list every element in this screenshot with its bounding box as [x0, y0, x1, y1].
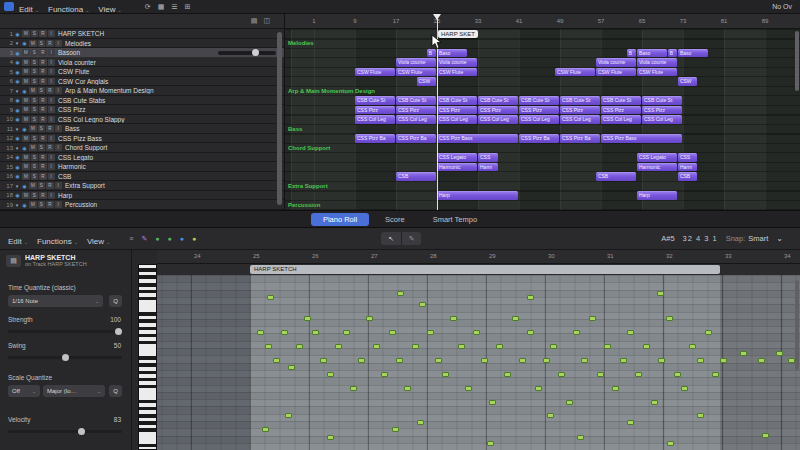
- s-button[interactable]: S: [31, 116, 39, 123]
- midi-region[interactable]: CSS Pizz: [478, 106, 518, 115]
- m-button[interactable]: M: [22, 173, 30, 180]
- midi-region[interactable]: CSW Flute: [355, 68, 395, 77]
- midi-region[interactable]: CSS Pizz: [601, 106, 641, 115]
- midi-region[interactable]: Baso: [678, 49, 708, 58]
- midi-region[interactable]: CSW: [417, 77, 437, 86]
- r-button[interactable]: R: [39, 163, 47, 170]
- r-button[interactable]: R: [46, 40, 54, 47]
- track-list-scrollbar[interactable]: [277, 32, 282, 205]
- midi-region[interactable]: CSS Pizz: [396, 106, 436, 115]
- midi-region[interactable]: CSS Pizz Ba: [560, 134, 600, 143]
- midi-region[interactable]: CSS: [478, 153, 498, 162]
- bar-ruler[interactable]: 1917253341495765738189: [285, 14, 800, 29]
- midi-region[interactable]: CSB Cute St: [642, 96, 682, 105]
- midi-note[interactable]: [327, 372, 334, 377]
- midi-note[interactable]: [327, 435, 334, 440]
- pointer-tool-switcher[interactable]: ↖✎: [381, 232, 421, 245]
- midi-region[interactable]: CSS Legato: [637, 153, 677, 162]
- r-button[interactable]: R: [39, 135, 47, 142]
- midi-region[interactable]: CSB Cute St: [396, 96, 436, 105]
- midi-note[interactable]: [389, 330, 396, 335]
- r-button[interactable]: R: [39, 97, 47, 104]
- midi-region[interactable]: CSB Cute St: [560, 96, 600, 105]
- midi-note[interactable]: [643, 344, 650, 349]
- midi-region[interactable]: CSW Flute: [555, 68, 595, 77]
- midi-note[interactable]: [320, 358, 327, 363]
- midi-region[interactable]: CSB Cute St: [355, 96, 395, 105]
- midi-note[interactable]: [381, 372, 388, 377]
- track-header-18[interactable]: 18◉MSRIHarp: [0, 191, 284, 201]
- track-header-8[interactable]: 8◉MSRICSB Cute Stabs: [0, 96, 284, 106]
- track-on-icon[interactable]: ◉: [14, 192, 21, 198]
- s-button[interactable]: S: [31, 135, 39, 142]
- s-button[interactable]: S: [31, 59, 39, 66]
- track-header-4[interactable]: 4◉MSRIViola counter: [0, 58, 284, 68]
- m-button[interactable]: M: [29, 87, 37, 94]
- i-button[interactable]: I: [55, 40, 63, 47]
- track-on-icon[interactable]: ◉: [14, 107, 21, 113]
- midi-note[interactable]: [450, 316, 457, 321]
- midi-region[interactable]: Baso: [637, 49, 667, 58]
- track-header-11[interactable]: 11▾◉MSRIBass: [0, 124, 284, 134]
- m-button[interactable]: M: [22, 49, 30, 56]
- midi-note[interactable]: [581, 358, 588, 363]
- piano-roll-ruler[interactable]: 2425262728293031323334: [157, 250, 800, 264]
- midi-note[interactable]: [597, 372, 604, 377]
- menu-view[interactable]: View⌄: [98, 5, 121, 14]
- track-on-icon[interactable]: ◉: [21, 40, 28, 46]
- track-on-icon[interactable]: ◉: [21, 126, 28, 132]
- midi-note[interactable]: [458, 344, 465, 349]
- track-on-icon[interactable]: ◉: [14, 135, 21, 141]
- m-button[interactable]: M: [29, 182, 37, 189]
- i-button[interactable]: I: [48, 163, 56, 170]
- track-on-icon[interactable]: ◉: [14, 164, 21, 170]
- r-button[interactable]: R: [39, 49, 47, 56]
- midi-note[interactable]: [257, 330, 264, 335]
- midi-note[interactable]: [589, 316, 596, 321]
- arrange-area[interactable]: 1917253341495765738189 MelodiesArp & Mai…: [285, 14, 800, 210]
- midi-note[interactable]: [404, 386, 411, 391]
- midi-note[interactable]: [285, 413, 292, 418]
- midi-note[interactable]: [281, 330, 288, 335]
- midi-note[interactable]: [720, 358, 727, 363]
- i-button[interactable]: I: [48, 154, 56, 161]
- i-button[interactable]: I: [48, 192, 56, 199]
- midi-note[interactable]: [697, 413, 704, 418]
- midi-note[interactable]: [689, 344, 696, 349]
- grid-icon[interactable]: ▦: [158, 1, 165, 13]
- track-header-19[interactable]: 19▾◉MSRIPercussion: [0, 200, 284, 210]
- midi-note[interactable]: [262, 427, 269, 432]
- midi-note[interactable]: [547, 413, 554, 418]
- midi-note[interactable]: [473, 330, 480, 335]
- s-button[interactable]: S: [38, 125, 46, 132]
- midi-note[interactable]: [373, 344, 380, 349]
- velocity-tool-icon[interactable]: ≡: [129, 234, 133, 244]
- midi-note[interactable]: [417, 420, 424, 425]
- midi-region[interactable]: CSB: [678, 172, 698, 181]
- m-button[interactable]: M: [22, 30, 30, 37]
- quantize-apply-button[interactable]: Q: [109, 295, 122, 307]
- glue-tool-icon[interactable]: ●: [192, 234, 196, 244]
- track-on-icon[interactable]: ◉: [14, 50, 21, 56]
- midi-note[interactable]: [658, 358, 665, 363]
- midi-region[interactable]: CSS Pizz Ba: [396, 134, 436, 143]
- menu-view[interactable]: View⌄: [87, 237, 110, 246]
- m-button[interactable]: M: [29, 201, 37, 208]
- piano-keyboard[interactable]: [138, 264, 157, 450]
- midi-note[interactable]: [550, 344, 557, 349]
- midi-note[interactable]: [543, 358, 550, 363]
- track-on-icon[interactable]: ◉: [21, 88, 28, 94]
- r-button[interactable]: R: [39, 154, 47, 161]
- s-button[interactable]: S: [38, 144, 46, 151]
- pencil-tool-icon[interactable]: ✎: [141, 234, 147, 244]
- i-button[interactable]: I: [48, 59, 56, 66]
- track-header-5[interactable]: 5◉MSRICSW Flute: [0, 67, 284, 77]
- track-on-icon[interactable]: ◉: [14, 69, 21, 75]
- menu-edit[interactable]: Edit⌄: [8, 237, 28, 246]
- track-header-3[interactable]: 3◉MSRIBasoon: [0, 48, 284, 58]
- disclosure-icon[interactable]: ▾: [14, 40, 20, 46]
- midi-note[interactable]: [740, 351, 747, 356]
- scale-root-dropdown[interactable]: Off⌄: [8, 385, 40, 397]
- tab-smart-tempo[interactable]: Smart Tempo: [421, 213, 489, 226]
- s-button[interactable]: S: [31, 154, 39, 161]
